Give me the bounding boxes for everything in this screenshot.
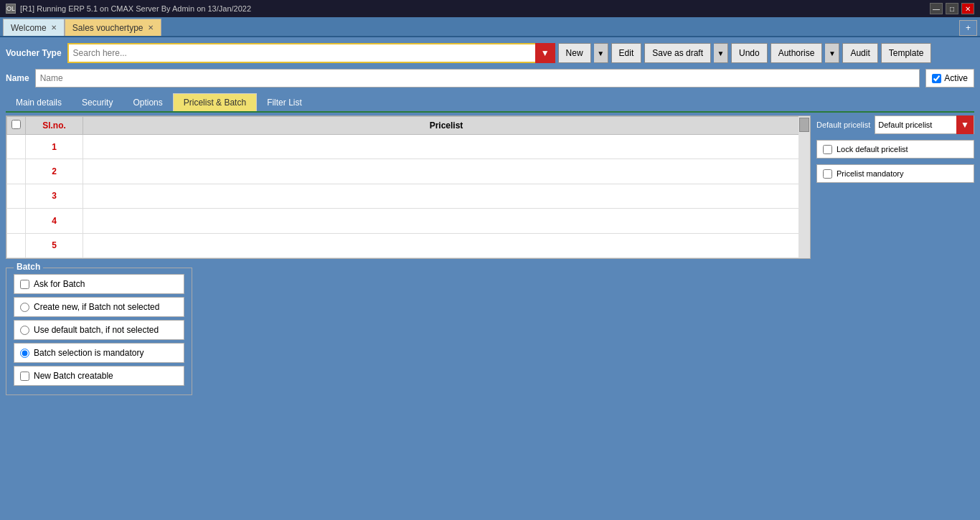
create-new-radio[interactable]: [20, 303, 29, 312]
authorise-dropdown-button[interactable]: ▼: [825, 43, 839, 63]
batch-option-ask: Ask for Batch: [14, 274, 184, 294]
batch-option-use-default: Use default batch, if not selected: [14, 320, 184, 340]
col-header-slno: Sl.no.: [26, 117, 83, 135]
table-row: 2: [7, 159, 810, 184]
ask-batch-checkbox[interactable]: [20, 280, 29, 289]
minimize-button[interactable]: —: [930, 3, 943, 14]
batch-option-create-new: Create new, if Batch not selected: [14, 297, 184, 317]
name-label: Name: [6, 73, 29, 83]
audit-button[interactable]: Audit: [842, 43, 877, 63]
default-pricelist-value: Default pricelist: [875, 120, 956, 129]
title-bar: OL [R1] Running ERP 5.1 on CMAX Server B…: [0, 0, 980, 17]
tab-welcome-label: Welcome: [11, 23, 47, 33]
scroll-thumb: [799, 118, 809, 132]
search-dropdown-button[interactable]: ▼: [535, 43, 555, 63]
tab-add-button[interactable]: +: [959, 20, 977, 36]
use-default-label: Use default batch, if not selected: [34, 325, 159, 335]
panel-area: Sl.no. Pricelist 1 2: [6, 115, 974, 259]
lock-default-label: Lock default pricelist: [837, 145, 908, 153]
row-checkbox-5: [7, 233, 26, 257]
batch-option-new-creatable: New Batch creatable: [14, 366, 184, 386]
row-slno-3: 3: [26, 184, 83, 208]
default-pricelist-select[interactable]: Default pricelist ▼: [875, 115, 974, 134]
batch-mandatory-radio[interactable]: [20, 349, 29, 358]
row-checkbox-1: [7, 135, 26, 159]
tab-welcome[interactable]: Welcome ✕: [3, 19, 65, 36]
maximize-button[interactable]: □: [946, 3, 958, 14]
row-slno-1: 1: [26, 135, 83, 159]
select-all-checkbox[interactable]: [11, 120, 21, 129]
table-row: 4: [7, 209, 810, 233]
row-checkbox-2: [7, 159, 26, 184]
save-as-draft-button[interactable]: Save as draft: [644, 43, 711, 63]
active-label: Active: [944, 73, 968, 83]
pricelist-mandatory-option: Pricelist mandatory: [816, 164, 974, 183]
table-row: 3: [7, 184, 810, 208]
new-button[interactable]: New: [558, 43, 591, 63]
form-tabs: Main details Security Options Pricelist …: [6, 93, 974, 113]
toolbar: Voucher Type ▼ New ▼ Edit Save as draft …: [6, 43, 974, 63]
table-row: 5: [7, 233, 810, 257]
tab-pricelist-batch[interactable]: Pricelist & Batch: [173, 93, 257, 111]
template-button[interactable]: Template: [881, 43, 932, 63]
row-pricelist-1[interactable]: [83, 135, 810, 159]
use-default-radio[interactable]: [20, 326, 29, 335]
pricelist-table: Sl.no. Pricelist 1 2: [6, 116, 810, 258]
tab-filter-list[interactable]: Filter List: [257, 93, 312, 111]
new-batch-label: New Batch creatable: [34, 371, 113, 381]
row-slno-2: 2: [26, 159, 83, 184]
col-header-pricelist: Pricelist: [83, 117, 810, 135]
tab-security[interactable]: Security: [72, 93, 123, 111]
tab-welcome-close[interactable]: ✕: [51, 24, 57, 32]
tab-sales-close[interactable]: ✕: [148, 24, 154, 32]
tab-options[interactable]: Options: [123, 93, 172, 111]
active-wrapper: Active: [925, 69, 974, 88]
name-input[interactable]: [35, 69, 920, 88]
tab-bar: Welcome ✕ Sales vouchertype ✕ +: [0, 17, 980, 37]
undo-button[interactable]: Undo: [731, 43, 768, 63]
lock-default-pricelist-option: Lock default pricelist: [816, 140, 974, 159]
default-pricelist-row: Default pricelist Default pricelist ▼: [816, 115, 974, 134]
row-pricelist-4[interactable]: [83, 209, 810, 233]
search-wrapper: ▼: [67, 43, 555, 63]
default-pricelist-dropdown[interactable]: ▼: [956, 115, 974, 134]
pricelist-scrollbar[interactable]: [798, 116, 810, 258]
app-icon: OL: [6, 4, 16, 14]
tab-main-details[interactable]: Main details: [6, 93, 72, 111]
main-content: Voucher Type ▼ New ▼ Edit Save as draft …: [0, 37, 980, 401]
batch-option-mandatory: Batch selection is mandatory: [14, 343, 184, 363]
active-checkbox[interactable]: [932, 74, 941, 83]
row-pricelist-3[interactable]: [83, 184, 810, 208]
search-input[interactable]: [67, 43, 555, 63]
right-panel: Default pricelist Default pricelist ▼ Lo…: [816, 115, 974, 259]
batch-mandatory-label: Batch selection is mandatory: [34, 348, 143, 358]
batch-legend: Batch: [14, 262, 43, 272]
row-checkbox-3: [7, 184, 26, 208]
close-button[interactable]: ✕: [961, 3, 974, 14]
tab-sales-label: Sales vouchertype: [72, 23, 143, 33]
ask-batch-label: Ask for Batch: [34, 279, 85, 289]
default-pricelist-label: Default pricelist: [816, 120, 870, 129]
new-dropdown-button[interactable]: ▼: [594, 43, 608, 63]
edit-button[interactable]: Edit: [611, 43, 642, 63]
pricelist-mandatory-label: Pricelist mandatory: [837, 169, 904, 178]
row-slno-4: 4: [26, 209, 83, 233]
row-checkbox-4: [7, 209, 26, 233]
col-header-checkbox: [7, 117, 26, 135]
name-row: Name Active: [6, 69, 974, 88]
voucher-type-label: Voucher Type: [6, 48, 62, 58]
authorise-button[interactable]: Authorise: [771, 43, 823, 63]
app-title: [R1] Running ERP 5.1 on CMAX Server By A…: [20, 4, 251, 13]
table-row: 1: [7, 135, 810, 159]
new-batch-checkbox[interactable]: [20, 372, 29, 381]
lock-default-checkbox[interactable]: [823, 145, 832, 154]
batch-section: Batch Ask for Batch Create new, if Batch…: [6, 268, 192, 395]
pricelist-mandatory-checkbox[interactable]: [823, 169, 832, 179]
save-dropdown-button[interactable]: ▼: [714, 43, 728, 63]
row-pricelist-2[interactable]: [83, 159, 810, 184]
row-slno-5: 5: [26, 233, 83, 257]
create-new-label: Create new, if Batch not selected: [34, 302, 159, 312]
row-pricelist-5[interactable]: [83, 233, 810, 257]
tab-sales-vouchertype[interactable]: Sales vouchertype ✕: [65, 19, 161, 36]
pricelist-section: Sl.no. Pricelist 1 2: [6, 115, 811, 259]
